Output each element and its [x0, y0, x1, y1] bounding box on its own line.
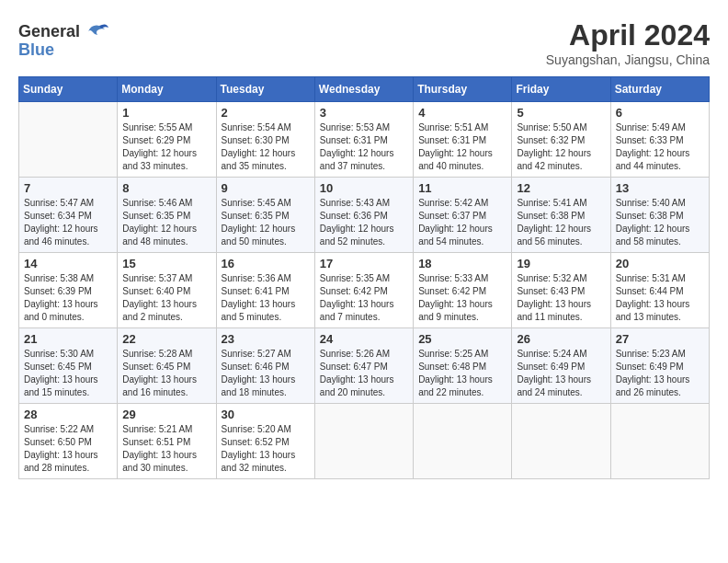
day-info: Sunrise: 5:32 AM Sunset: 6:43 PM Dayligh…	[517, 272, 605, 324]
day-number: 8	[122, 181, 210, 195]
calendar-cell: 15Sunrise: 5:37 AM Sunset: 6:40 PM Dayli…	[118, 253, 216, 328]
calendar-cell: 29Sunrise: 5:21 AM Sunset: 6:51 PM Dayli…	[118, 404, 216, 479]
logo: General Blue	[18, 18, 108, 60]
day-info: Sunrise: 5:31 AM Sunset: 6:44 PM Dayligh…	[616, 272, 704, 324]
weekday-header-saturday: Saturday	[610, 77, 709, 102]
day-number: 25	[418, 332, 506, 346]
day-number: 16	[222, 257, 310, 270]
calendar-cell: 6Sunrise: 5:49 AM Sunset: 6:33 PM Daylig…	[610, 102, 709, 178]
calendar-cell: 21Sunrise: 5:30 AM Sunset: 6:45 PM Dayli…	[19, 328, 118, 404]
weekday-header-tuesday: Tuesday	[216, 77, 314, 102]
day-info: Sunrise: 5:30 AM Sunset: 6:45 PM Dayligh…	[24, 348, 112, 399]
day-number: 21	[24, 332, 112, 346]
calendar-cell: 22Sunrise: 5:28 AM Sunset: 6:45 PM Dayli…	[118, 328, 216, 404]
day-number: 26	[517, 332, 605, 346]
calendar-cell	[19, 102, 118, 178]
day-info: Sunrise: 5:42 AM Sunset: 6:37 PM Dayligh…	[418, 197, 506, 248]
day-info: Sunrise: 5:45 AM Sunset: 6:35 PM Dayligh…	[222, 197, 310, 248]
day-info: Sunrise: 5:51 AM Sunset: 6:31 PM Dayligh…	[418, 121, 506, 173]
day-number: 15	[122, 257, 210, 270]
day-info: Sunrise: 5:33 AM Sunset: 6:42 PM Dayligh…	[418, 272, 506, 324]
calendar-title: April 2024	[546, 18, 710, 52]
day-number: 18	[418, 257, 506, 270]
calendar-cell: 12Sunrise: 5:41 AM Sunset: 6:38 PM Dayli…	[512, 178, 610, 253]
calendar-week-row: 7Sunrise: 5:47 AM Sunset: 6:34 PM Daylig…	[19, 178, 710, 253]
calendar-cell: 27Sunrise: 5:23 AM Sunset: 6:49 PM Dayli…	[610, 328, 709, 404]
weekday-header-friday: Friday	[512, 77, 610, 102]
day-info: Sunrise: 5:28 AM Sunset: 6:45 PM Dayligh…	[122, 348, 210, 399]
day-info: Sunrise: 5:36 AM Sunset: 6:41 PM Dayligh…	[222, 272, 310, 324]
calendar-week-row: 1Sunrise: 5:55 AM Sunset: 6:29 PM Daylig…	[19, 102, 710, 178]
day-info: Sunrise: 5:43 AM Sunset: 6:36 PM Dayligh…	[320, 197, 408, 248]
calendar-cell: 26Sunrise: 5:24 AM Sunset: 6:49 PM Dayli…	[512, 328, 610, 404]
calendar-cell	[512, 404, 610, 479]
calendar-cell: 2Sunrise: 5:54 AM Sunset: 6:30 PM Daylig…	[216, 102, 314, 178]
day-number: 23	[222, 332, 310, 346]
day-number: 7	[24, 181, 112, 195]
day-info: Sunrise: 5:54 AM Sunset: 6:30 PM Dayligh…	[222, 121, 310, 173]
weekday-header-row: SundayMondayTuesdayWednesdayThursdayFrid…	[19, 77, 710, 102]
calendar-cell: 25Sunrise: 5:25 AM Sunset: 6:48 PM Dayli…	[414, 328, 512, 404]
day-info: Sunrise: 5:27 AM Sunset: 6:46 PM Dayligh…	[222, 348, 310, 399]
day-number: 12	[517, 181, 605, 195]
weekday-header-thursday: Thursday	[414, 77, 512, 102]
calendar-cell: 13Sunrise: 5:40 AM Sunset: 6:38 PM Dayli…	[610, 178, 709, 253]
day-info: Sunrise: 5:40 AM Sunset: 6:38 PM Dayligh…	[616, 197, 704, 248]
day-number: 14	[24, 257, 112, 270]
day-info: Sunrise: 5:53 AM Sunset: 6:31 PM Dayligh…	[320, 121, 408, 173]
calendar-cell: 1Sunrise: 5:55 AM Sunset: 6:29 PM Daylig…	[118, 102, 216, 178]
title-block: April 2024 Suyangshan, Jiangsu, China	[546, 18, 710, 67]
day-info: Sunrise: 5:21 AM Sunset: 6:51 PM Dayligh…	[122, 423, 210, 475]
calendar-cell: 24Sunrise: 5:26 AM Sunset: 6:47 PM Dayli…	[314, 328, 413, 404]
day-info: Sunrise: 5:24 AM Sunset: 6:49 PM Dayligh…	[517, 348, 605, 399]
calendar-cell: 3Sunrise: 5:53 AM Sunset: 6:31 PM Daylig…	[314, 102, 413, 178]
day-info: Sunrise: 5:55 AM Sunset: 6:29 PM Dayligh…	[122, 121, 210, 173]
calendar-cell: 17Sunrise: 5:35 AM Sunset: 6:42 PM Dayli…	[314, 253, 413, 328]
day-info: Sunrise: 5:37 AM Sunset: 6:40 PM Dayligh…	[122, 272, 210, 324]
day-number: 19	[517, 257, 605, 270]
day-info: Sunrise: 5:23 AM Sunset: 6:49 PM Dayligh…	[616, 348, 704, 399]
calendar-cell: 30Sunrise: 5:20 AM Sunset: 6:52 PM Dayli…	[216, 404, 314, 479]
calendar-cell	[610, 404, 709, 479]
day-info: Sunrise: 5:49 AM Sunset: 6:33 PM Dayligh…	[616, 121, 704, 173]
calendar-cell: 16Sunrise: 5:36 AM Sunset: 6:41 PM Dayli…	[216, 253, 314, 328]
calendar-cell: 14Sunrise: 5:38 AM Sunset: 6:39 PM Dayli…	[19, 253, 118, 328]
calendar-cell: 19Sunrise: 5:32 AM Sunset: 6:43 PM Dayli…	[512, 253, 610, 328]
calendar-cell: 7Sunrise: 5:47 AM Sunset: 6:34 PM Daylig…	[19, 178, 118, 253]
page-header: General Blue April 2024 Suyangshan, Jian…	[18, 18, 710, 67]
day-info: Sunrise: 5:46 AM Sunset: 6:35 PM Dayligh…	[122, 197, 210, 248]
day-info: Sunrise: 5:35 AM Sunset: 6:42 PM Dayligh…	[320, 272, 408, 324]
day-info: Sunrise: 5:41 AM Sunset: 6:38 PM Dayligh…	[517, 197, 605, 248]
calendar-cell: 23Sunrise: 5:27 AM Sunset: 6:46 PM Dayli…	[216, 328, 314, 404]
day-number: 5	[517, 106, 605, 120]
day-number: 9	[222, 181, 310, 195]
day-number: 4	[418, 106, 506, 120]
calendar-week-row: 21Sunrise: 5:30 AM Sunset: 6:45 PM Dayli…	[19, 328, 710, 404]
calendar-cell	[314, 404, 413, 479]
day-number: 28	[24, 408, 112, 421]
day-number: 1	[122, 106, 210, 120]
weekday-header-sunday: Sunday	[19, 77, 118, 102]
calendar-week-row: 14Sunrise: 5:38 AM Sunset: 6:39 PM Dayli…	[19, 253, 710, 328]
calendar-cell: 8Sunrise: 5:46 AM Sunset: 6:35 PM Daylig…	[118, 178, 216, 253]
calendar-cell: 11Sunrise: 5:42 AM Sunset: 6:37 PM Dayli…	[414, 178, 512, 253]
day-number: 30	[222, 408, 310, 421]
day-info: Sunrise: 5:25 AM Sunset: 6:48 PM Dayligh…	[418, 348, 506, 399]
calendar-cell: 4Sunrise: 5:51 AM Sunset: 6:31 PM Daylig…	[414, 102, 512, 178]
calendar-week-row: 28Sunrise: 5:22 AM Sunset: 6:50 PM Dayli…	[19, 404, 710, 479]
logo-general-text: General	[18, 22, 80, 41]
day-info: Sunrise: 5:26 AM Sunset: 6:47 PM Dayligh…	[320, 348, 408, 399]
calendar-cell: 18Sunrise: 5:33 AM Sunset: 6:42 PM Dayli…	[414, 253, 512, 328]
day-number: 27	[616, 332, 704, 346]
day-number: 2	[222, 106, 310, 120]
day-info: Sunrise: 5:20 AM Sunset: 6:52 PM Dayligh…	[222, 423, 310, 475]
calendar-table: SundayMondayTuesdayWednesdayThursdayFrid…	[18, 76, 710, 479]
day-info: Sunrise: 5:47 AM Sunset: 6:34 PM Dayligh…	[24, 197, 112, 248]
day-info: Sunrise: 5:22 AM Sunset: 6:50 PM Dayligh…	[24, 423, 112, 475]
day-number: 24	[320, 332, 408, 346]
weekday-header-monday: Monday	[118, 77, 216, 102]
calendar-cell: 5Sunrise: 5:50 AM Sunset: 6:32 PM Daylig…	[512, 102, 610, 178]
day-number: 20	[616, 257, 704, 270]
day-number: 17	[320, 257, 408, 270]
day-number: 13	[616, 181, 704, 195]
